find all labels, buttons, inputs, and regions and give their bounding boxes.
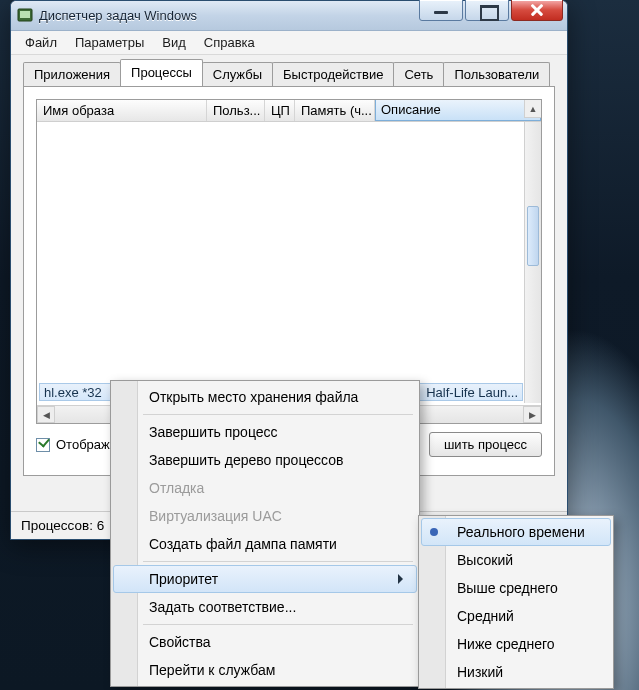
priority-normal[interactable]: Средний xyxy=(421,602,611,630)
listview-body[interactable]: hl.exe *32 Half-Life Laun... xyxy=(37,122,541,403)
separator xyxy=(143,561,413,562)
column-image-name[interactable]: Имя образа xyxy=(37,100,207,121)
process-name: hl.exe *32 xyxy=(44,385,102,399)
priority-low[interactable]: Низкий xyxy=(421,658,611,686)
status-processes: Процессов: 6 xyxy=(21,518,104,533)
menu-bar: Файл Параметры Вид Справка xyxy=(11,31,567,55)
radio-checked-icon xyxy=(430,528,438,536)
tab-processes[interactable]: Процессы xyxy=(120,59,203,86)
show-all-processes-checkbox[interactable]: Отображ xyxy=(36,437,110,452)
ctx-set-affinity[interactable]: Задать соответствие... xyxy=(113,593,417,621)
process-description: Half-Life Laun... xyxy=(426,385,518,399)
ctx-open-file-location[interactable]: Открыть место хранения файла xyxy=(113,383,417,411)
tab-strip: Приложения Процессы Службы Быстродействи… xyxy=(23,59,555,86)
ctx-goto-services[interactable]: Перейти к службам xyxy=(113,656,417,684)
priority-realtime-label: Реального времени xyxy=(457,524,585,540)
column-cpu[interactable]: ЦП xyxy=(265,100,295,121)
vertical-scroll-thumb[interactable] xyxy=(527,206,539,266)
process-listview[interactable]: Имя образа Польз... ЦП Память (ч... Опис… xyxy=(36,99,542,424)
listview-header: Имя образа Польз... ЦП Память (ч... Опис… xyxy=(37,100,541,122)
menu-view[interactable]: Вид xyxy=(154,33,194,52)
scroll-left-arrow-icon[interactable]: ◀ xyxy=(37,406,55,423)
minimize-button[interactable] xyxy=(419,0,463,21)
priority-high[interactable]: Высокий xyxy=(421,546,611,574)
window-title: Диспетчер задач Windows xyxy=(39,8,197,23)
show-all-processes-label: Отображ xyxy=(56,437,110,452)
svg-rect-1 xyxy=(20,11,30,18)
vertical-scrollbar[interactable] xyxy=(524,122,541,403)
column-memory[interactable]: Память (ч... xyxy=(295,100,375,121)
separator xyxy=(143,414,413,415)
separator xyxy=(143,624,413,625)
ctx-properties[interactable]: Свойства xyxy=(113,628,417,656)
menu-file[interactable]: Файл xyxy=(17,33,65,52)
menu-help[interactable]: Справка xyxy=(196,33,263,52)
tab-users[interactable]: Пользователи xyxy=(443,62,550,87)
column-description[interactable]: Описание xyxy=(375,100,541,121)
priority-below-normal[interactable]: Ниже среднего xyxy=(421,630,611,658)
end-process-button[interactable]: шить процесс xyxy=(429,432,542,457)
ctx-end-process-tree[interactable]: Завершить дерево процессов xyxy=(113,446,417,474)
tab-network[interactable]: Сеть xyxy=(393,62,444,87)
ctx-end-process[interactable]: Завершить процесс xyxy=(113,418,417,446)
scroll-right-arrow-icon[interactable]: ▶ xyxy=(523,406,541,423)
tab-services[interactable]: Службы xyxy=(202,62,273,87)
app-icon xyxy=(17,8,33,24)
priority-submenu: Реального времени Высокий Выше среднего … xyxy=(418,515,614,689)
process-context-menu: Открыть место хранения файла Завершить п… xyxy=(110,380,420,687)
close-button[interactable] xyxy=(511,0,563,21)
priority-realtime[interactable]: Реального времени xyxy=(421,518,611,546)
priority-above-normal[interactable]: Выше среднего xyxy=(421,574,611,602)
tab-applications[interactable]: Приложения xyxy=(23,62,121,87)
menu-options[interactable]: Параметры xyxy=(67,33,152,52)
ctx-set-priority[interactable]: Приоритет xyxy=(113,565,417,593)
checkbox-icon xyxy=(36,438,50,452)
title-bar[interactable]: Диспетчер задач Windows xyxy=(11,1,567,31)
maximize-button[interactable] xyxy=(465,0,509,21)
ctx-debug: Отладка xyxy=(113,474,417,502)
ctx-create-dump[interactable]: Создать файл дампа памяти xyxy=(113,530,417,558)
column-user[interactable]: Польз... xyxy=(207,100,265,121)
tab-performance[interactable]: Быстродействие xyxy=(272,62,394,87)
scroll-up-arrow-icon[interactable]: ▲ xyxy=(524,100,541,118)
ctx-uac-virtualization: Виртуализация UAC xyxy=(113,502,417,530)
